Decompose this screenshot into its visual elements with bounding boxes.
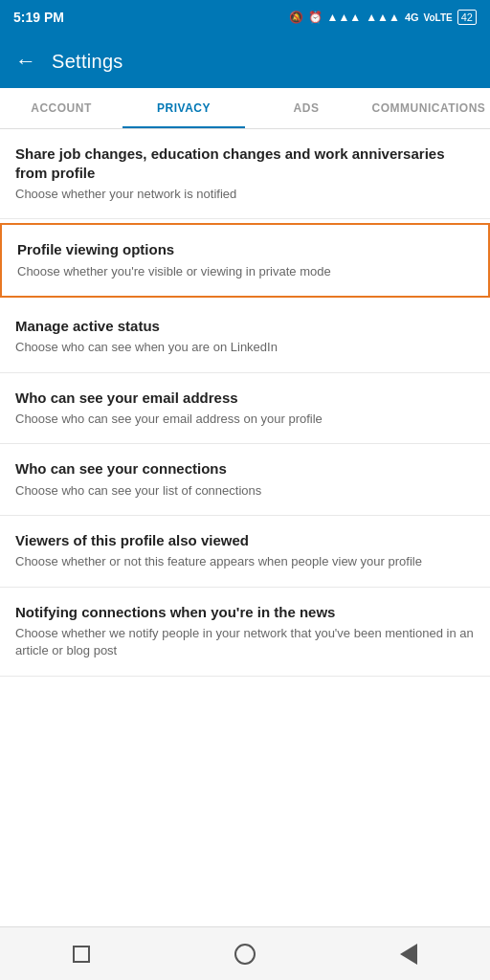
mute-icon: 🔕 <box>289 11 303 24</box>
app-bar: ← Settings <box>0 34 490 88</box>
alarm-icon: ⏰ <box>308 11 323 24</box>
recent-apps-button[interactable] <box>64 937 99 971</box>
network-lte: VoLTE <box>424 12 453 23</box>
viewers-also-viewed-desc: Choose whether or not this feature appea… <box>15 553 475 570</box>
signal-icon-1: ▲▲▲ <box>327 11 362 24</box>
tab-account[interactable]: ACCOUNT <box>0 88 122 128</box>
who-can-see-connections-title: Who can see your connections <box>15 459 475 479</box>
settings-title: Settings <box>52 51 123 73</box>
back-nav-button[interactable] <box>391 937 426 971</box>
share-job-changes-title: Share job changes, education changes and… <box>15 145 475 182</box>
who-can-see-email-title: Who can see your email address <box>15 389 475 408</box>
profile-viewing-title: Profile viewing options <box>17 240 473 259</box>
notifying-connections-title: Notifying connections when you're in the… <box>15 603 475 622</box>
settings-item-notifying-connections[interactable]: Notifying connections when you're in the… <box>0 588 490 677</box>
status-time: 5:19 PM <box>13 10 64 25</box>
manage-active-status-title: Manage active status <box>15 317 475 336</box>
tab-ads[interactable]: ADS <box>245 88 368 128</box>
tab-communications[interactable]: COMMUNICATIONS <box>368 88 490 128</box>
tab-privacy[interactable]: PRIVACY <box>122 88 245 128</box>
settings-item-profile-viewing[interactable]: Profile viewing options Choose whether y… <box>0 223 490 298</box>
settings-list: Share job changes, education changes and… <box>0 129 490 734</box>
battery-level: 42 <box>457 10 477 25</box>
manage-active-status-desc: Choose who can see when you are on Linke… <box>15 339 475 356</box>
profile-viewing-desc: Choose whether you're visible or viewing… <box>17 263 473 280</box>
settings-item-viewers-also-viewed[interactable]: Viewers of this profile also viewed Choo… <box>0 516 490 588</box>
who-can-see-connections-desc: Choose who can see your list of connecti… <box>15 482 475 500</box>
who-can-see-email-desc: Choose who can see your email address on… <box>15 411 475 428</box>
signal-icon-2: ▲▲▲ <box>366 11 400 24</box>
home-button[interactable] <box>228 937 262 971</box>
notifying-connections-desc: Choose whether we notify people in your … <box>15 625 475 659</box>
settings-item-share-job-changes[interactable]: Share job changes, education changes and… <box>0 129 490 219</box>
recent-apps-icon <box>73 946 90 963</box>
settings-item-who-can-see-connections[interactable]: Who can see your connections Choose who … <box>0 444 490 516</box>
viewers-also-viewed-title: Viewers of this profile also viewed <box>15 531 475 550</box>
settings-item-who-can-see-email[interactable]: Who can see your email address Choose wh… <box>0 373 490 445</box>
bottom-nav <box>0 926 490 980</box>
home-icon <box>234 944 256 965</box>
back-nav-icon <box>400 944 417 965</box>
settings-item-manage-active-status[interactable]: Manage active status Choose who can see … <box>0 301 490 373</box>
network-4g: 4G <box>405 11 419 23</box>
back-button[interactable]: ← <box>15 49 36 74</box>
status-bar: 5:19 PM 🔕 ⏰ ▲▲▲ ▲▲▲ 4G VoLTE 42 <box>0 0 490 34</box>
tab-bar: ACCOUNT PRIVACY ADS COMMUNICATIONS <box>0 88 490 129</box>
status-icons: 🔕 ⏰ ▲▲▲ ▲▲▲ 4G VoLTE 42 <box>289 10 477 25</box>
share-job-changes-desc: Choose whether your network is notified <box>15 186 475 203</box>
